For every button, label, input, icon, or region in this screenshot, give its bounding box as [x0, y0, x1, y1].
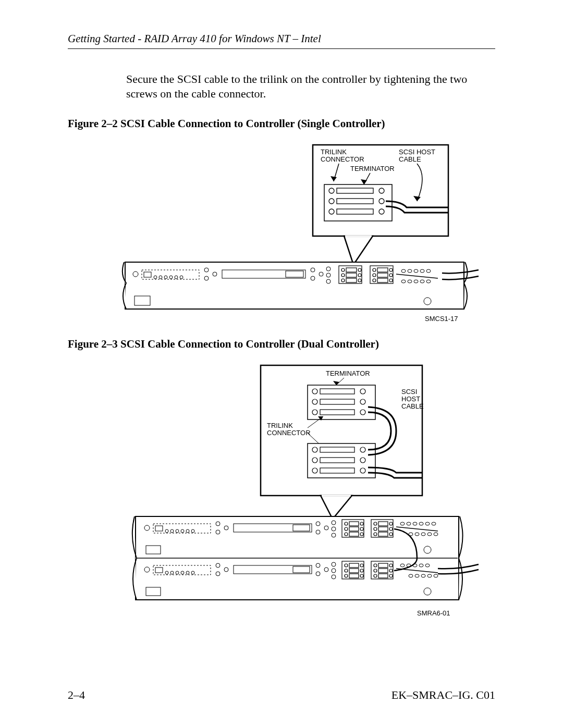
figure-2-ref: SMRA6-01	[417, 609, 450, 617]
label-scsi-2c: CABLE	[401, 402, 424, 410]
doc-id: EK–SMRAC–IG. C01	[391, 688, 495, 702]
label-scsi-host: SCSI HOST	[399, 148, 435, 156]
figure-2: TERMINATOR SCSI HOST CABLE TRILINK CONNE…	[68, 360, 495, 621]
figure-1: TRILINK CONNECTOR SCSI HOST CABLE TERMIN…	[68, 140, 495, 322]
svg-rect-18	[125, 262, 464, 309]
svg-marker-99	[321, 496, 352, 519]
label-trilink-2a: TRILINK	[267, 422, 293, 429]
svg-rect-6	[324, 184, 392, 221]
label-scsi-2b: HOST	[401, 395, 420, 403]
label-trilink-2b: CONNECTOR	[267, 429, 311, 437]
figure-1-caption: Figure 2–2 SCSI Cable Connection to Cont…	[68, 117, 495, 130]
figure-2-caption: Figure 2–3 SCSI Cable Connection to Cont…	[68, 338, 495, 351]
label-scsi-2a: SCSI	[401, 388, 417, 396]
running-header: Getting Started - RAID Array 410 for Win…	[68, 32, 495, 49]
page-number: 2–4	[68, 688, 85, 702]
label-terminator: TERMINATOR	[350, 165, 395, 172]
label-trilink-2: CONNECTOR	[321, 155, 364, 163]
body-paragraph: Secure the SCSI cable to the trilink on …	[126, 72, 495, 101]
label-trilink: TRILINK	[321, 148, 347, 156]
svg-marker-16	[344, 236, 373, 265]
label-scsi-host-2: CABLE	[399, 155, 421, 163]
label-terminator-2: TERMINATOR	[326, 369, 370, 377]
footer: 2–4 EK–SMRAC–IG. C01	[68, 688, 495, 702]
figure-1-diagram: TRILINK CONNECTOR SCSI HOST CABLE TERMIN…	[83, 140, 480, 322]
page: Getting Started - RAID Array 410 for Win…	[0, 0, 563, 728]
figure-1-ref: SMCS1-17	[425, 315, 458, 322]
figure-2-diagram: TERMINATOR SCSI HOST CABLE TRILINK CONNE…	[125, 360, 480, 621]
